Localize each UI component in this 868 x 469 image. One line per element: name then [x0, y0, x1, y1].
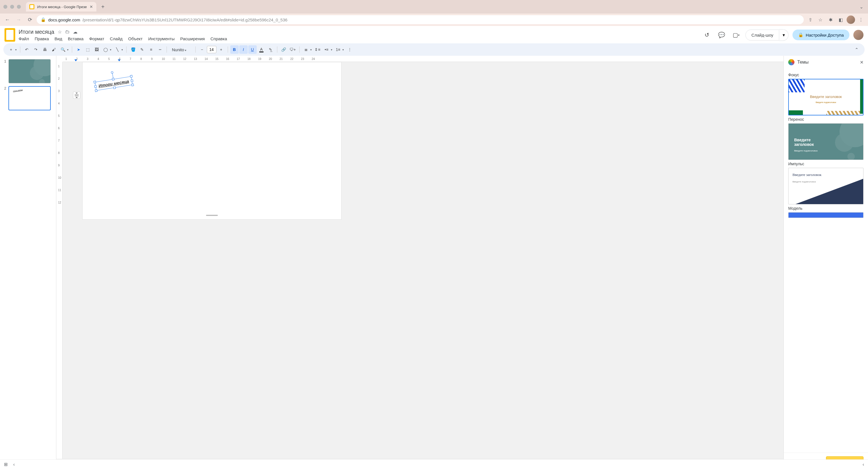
menu-edit[interactable]: Правка — [35, 36, 49, 41]
slide-thumbnail-2[interactable]: Итоги месяца — [8, 86, 51, 110]
comments-icon[interactable]: 💬 — [716, 30, 727, 40]
resize-handle-n[interactable] — [112, 78, 115, 80]
insert-link-button[interactable]: 🔗 — [280, 45, 288, 54]
share-button[interactable]: 🔒 Настройки Доступа — [793, 30, 849, 40]
close-themes-icon[interactable]: ✕ — [860, 60, 864, 65]
decrease-font-button[interactable]: − — [198, 45, 206, 54]
menu-object[interactable]: Объект — [128, 36, 143, 41]
theme-card-model[interactable] — [788, 212, 864, 218]
resize-handle-w[interactable] — [94, 85, 97, 88]
underline-button[interactable]: U — [248, 45, 257, 54]
align-dropdown[interactable]: ▾ — [310, 48, 313, 51]
font-family-select[interactable]: Nunito ▾ — [169, 47, 193, 52]
reload-button[interactable]: ⟳ — [25, 15, 34, 24]
shape-tool[interactable]: ◯ — [101, 45, 110, 54]
bulleted-dropdown[interactable]: ▾ — [331, 48, 333, 51]
new-tab-button[interactable]: + — [99, 3, 107, 11]
rotate-handle[interactable] — [111, 71, 113, 74]
margin-tool-icon[interactable] — [73, 92, 80, 99]
menu-extensions[interactable]: Расширения — [180, 36, 205, 41]
sidepanel-icon[interactable]: ◧ — [836, 15, 845, 24]
line-spacing-button[interactable]: ⇕≡ — [313, 45, 322, 54]
text-color-button[interactable]: A — [257, 45, 266, 54]
extensions-icon[interactable]: ✱ — [826, 15, 835, 24]
fill-color-button[interactable]: 🪣 — [129, 45, 137, 54]
zoom-dropdown[interactable]: ▾ — [67, 48, 70, 51]
canvas-scroll[interactable]: Итоги месяца — [63, 62, 783, 459]
bulleted-list-button[interactable]: •≡ — [322, 45, 331, 54]
tabs-overflow-icon[interactable]: ⌄ — [858, 3, 865, 10]
close-tab-icon[interactable]: ✕ — [90, 4, 93, 9]
history-icon[interactable]: ↺ — [702, 30, 712, 40]
textbox-tool[interactable]: ⬚ — [84, 45, 92, 54]
resize-handle-nw[interactable] — [94, 81, 96, 83]
numbered-list-button[interactable]: 1≡ — [334, 45, 342, 54]
star-icon[interactable]: ☆ — [58, 29, 62, 35]
move-folder-icon[interactable]: 🗀 — [65, 29, 70, 35]
collapse-toolbar-button[interactable]: ⌃ — [852, 47, 861, 53]
border-weight-button[interactable]: ≡ — [147, 45, 155, 54]
more-button[interactable]: ⋮ — [345, 45, 354, 54]
line-tool[interactable]: ╲ — [113, 45, 121, 54]
zoom-button[interactable]: 🔍 — [59, 45, 67, 54]
window-controls[interactable] — [3, 5, 26, 9]
increase-font-button[interactable]: + — [217, 45, 225, 54]
profile-avatar[interactable] — [846, 15, 855, 24]
paint-format-button[interactable]: 🖌 — [50, 45, 58, 54]
undo-button[interactable]: ↶ — [23, 45, 31, 54]
shape-dropdown[interactable]: ▾ — [110, 48, 113, 51]
slide-resize-grip[interactable] — [206, 215, 218, 216]
print-button[interactable]: 🖶 — [40, 45, 49, 54]
border-dash-button[interactable]: ┉ — [156, 45, 164, 54]
align-button[interactable]: ≣ — [302, 45, 310, 54]
themes-list[interactable]: Фокус Введите заголовок Введите подзагол… — [784, 69, 868, 453]
forward-button[interactable]: → — [14, 15, 23, 24]
slideshow-dropdown[interactable]: ▾ — [779, 29, 788, 41]
meet-icon[interactable]: ▢▾ — [731, 30, 741, 40]
slides-logo-icon[interactable] — [4, 28, 15, 42]
numbered-dropdown[interactable]: ▾ — [342, 48, 345, 51]
menu-slide[interactable]: Слайд — [110, 36, 123, 41]
vertical-ruler[interactable]: 123456789101112 — [56, 62, 63, 459]
right-sidebar-toggle-icon[interactable]: ‹ — [863, 462, 864, 467]
slideshow-button[interactable]: Слайд-шоу — [745, 30, 779, 40]
theme-card-perenos[interactable]: Введите заголовок Введите подзаголовок — [788, 123, 864, 160]
back-button[interactable]: ← — [3, 15, 12, 24]
redo-button[interactable]: ↷ — [32, 45, 40, 54]
minimize-window-icon[interactable] — [10, 5, 14, 9]
document-title[interactable]: Итоги месяца — [19, 29, 54, 35]
slide-thumbnail-1[interactable] — [8, 59, 51, 83]
account-avatar[interactable] — [854, 30, 864, 40]
horizontal-ruler[interactable]: 123456789101112131415161718192021222324 — [63, 56, 783, 62]
menu-view[interactable]: Вид — [55, 36, 62, 41]
italic-button[interactable]: I — [239, 45, 248, 54]
line-dropdown[interactable]: ▾ — [121, 48, 124, 51]
menu-insert[interactable]: Вставка — [68, 36, 84, 41]
new-slide-dropdown[interactable]: ▾ — [15, 48, 18, 51]
highlight-button[interactable]: ✎̲ — [266, 45, 275, 54]
menu-format[interactable]: Формат — [89, 36, 104, 41]
maximize-window-icon[interactable] — [17, 5, 21, 9]
theme-card-focus[interactable]: Введите заголовок Введите подзаголовок — [788, 79, 864, 115]
menu-file[interactable]: Файл — [19, 36, 29, 41]
new-slide-button[interactable]: + — [7, 45, 15, 54]
slide-thumbnail-panel[interactable]: 1 2 Итоги месяца — [0, 56, 56, 469]
insert-comment-button[interactable]: 🗨+ — [288, 45, 297, 54]
menu-help[interactable]: Справка — [211, 36, 227, 41]
browser-tab[interactable]: Итоги месяца - Google Презе ✕ — [26, 2, 96, 11]
bold-button[interactable]: B — [230, 45, 239, 54]
address-bar[interactable]: 🔒 docs.google.com/presentation/d/1-qp78z… — [37, 15, 804, 24]
image-tool[interactable]: 🖼 — [92, 45, 101, 54]
close-window-icon[interactable] — [3, 5, 7, 9]
cloud-status-icon[interactable]: ☁ — [73, 29, 78, 35]
font-size-input[interactable] — [207, 46, 216, 53]
resize-handle-ne[interactable] — [130, 75, 132, 77]
share-page-icon[interactable]: ⇧ — [806, 15, 814, 24]
collapse-filmstrip-icon[interactable]: ‹ — [13, 462, 14, 467]
resize-handle-e[interactable] — [131, 79, 133, 82]
bookmark-icon[interactable]: ☆ — [816, 15, 825, 24]
menu-tools[interactable]: Инструменты — [148, 36, 175, 41]
chrome-menu-icon[interactable]: ⋮ — [857, 15, 865, 24]
resize-handle-s[interactable] — [113, 87, 116, 89]
slide-canvas[interactable]: Итоги месяца — [82, 62, 342, 220]
